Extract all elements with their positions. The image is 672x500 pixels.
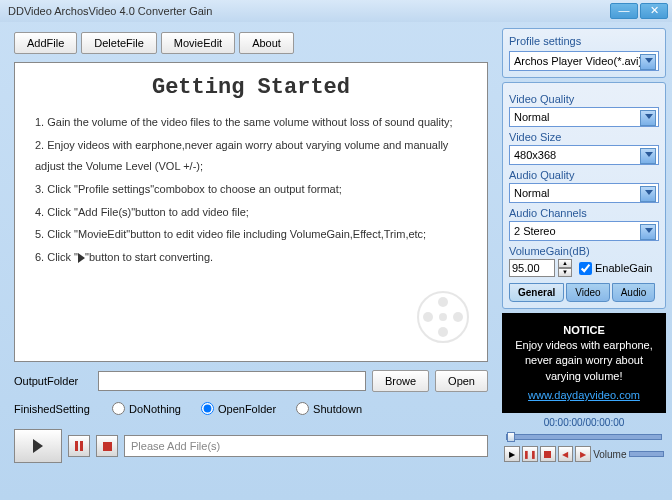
- getting-started-title: Getting Started: [29, 75, 473, 100]
- gain-up-button[interactable]: ▲: [558, 259, 572, 268]
- notice-line: never again worry about: [510, 353, 658, 368]
- getting-started-list: Gain the volume of the video files to th…: [29, 112, 473, 268]
- chevron-down-icon: [645, 190, 653, 195]
- list-item: Enjoy videos with earphone,never again w…: [35, 135, 473, 177]
- list-item: Click "Add File(s)"button to add video f…: [35, 202, 473, 223]
- play-icon: [78, 253, 85, 263]
- video-quality-combo[interactable]: Normal: [509, 107, 659, 127]
- open-button[interactable]: Open: [435, 370, 488, 392]
- chevron-down-icon: [645, 152, 653, 157]
- video-size-combo[interactable]: 480x368: [509, 145, 659, 165]
- gain-down-button[interactable]: ▼: [558, 268, 572, 277]
- output-folder-input[interactable]: [98, 371, 366, 391]
- chevron-down-icon: [645, 114, 653, 119]
- shutdown-radio[interactable]: Shutdown: [296, 402, 362, 415]
- video-quality-label: Video Quality: [509, 93, 659, 105]
- svg-point-4: [423, 312, 433, 322]
- player-next-button[interactable]: ▶: [575, 446, 591, 462]
- stop-button[interactable]: [96, 435, 118, 457]
- list-item: Click ""button to start converting.: [35, 247, 473, 268]
- svg-point-3: [438, 327, 448, 337]
- player-stop-button[interactable]: [540, 446, 556, 462]
- list-item: Click "Profile settings"combobox to choo…: [35, 179, 473, 200]
- list-item: Click "MovieEdit"button to edit video fi…: [35, 224, 473, 245]
- audio-channels-combo[interactable]: 2 Stereo: [509, 221, 659, 241]
- enable-gain-checkbox[interactable]: EnableGain: [579, 262, 653, 275]
- svg-point-5: [439, 313, 447, 321]
- browse-button[interactable]: Browe: [372, 370, 429, 392]
- movie-edit-button[interactable]: MovieEdit: [161, 32, 235, 54]
- seek-slider[interactable]: [506, 434, 662, 440]
- audio-channels-label: Audio Channels: [509, 207, 659, 219]
- pause-icon: [75, 441, 83, 451]
- notice-line: varying volume!: [510, 369, 658, 384]
- timecode-display: 00:00:00/00:00:00: [502, 413, 666, 432]
- profile-settings-label: Profile settings: [509, 35, 659, 47]
- player-prev-button[interactable]: ◀: [558, 446, 574, 462]
- volume-slider[interactable]: [629, 451, 664, 457]
- audio-quality-combo[interactable]: Normal: [509, 183, 659, 203]
- notice-link[interactable]: www.daydayvideo.com: [510, 388, 658, 403]
- volume-gain-label: VolumeGain(dB): [509, 245, 659, 257]
- window-title: DDVideo ArchosVideo 4.0 Converter Gain: [4, 5, 608, 17]
- list-item: Gain the volume of the video files to th…: [35, 112, 473, 133]
- notice-line: Enjoy videos with earphone,: [510, 338, 658, 353]
- slider-thumb[interactable]: [507, 432, 515, 442]
- open-folder-radio[interactable]: OpenFolder: [201, 402, 276, 415]
- svg-point-1: [438, 297, 448, 307]
- audio-quality-label: Audio Quality: [509, 169, 659, 181]
- output-folder-label: OutputFolder: [14, 375, 92, 387]
- delete-file-button[interactable]: DeleteFile: [81, 32, 157, 54]
- play-icon: [33, 439, 43, 453]
- getting-started-panel: Getting Started Gain the volume of the v…: [14, 62, 488, 362]
- pause-button[interactable]: [68, 435, 90, 457]
- player-pause-button[interactable]: ❚❚: [522, 446, 538, 462]
- status-text: Please Add File(s): [124, 435, 488, 457]
- close-button[interactable]: ✕: [640, 3, 668, 19]
- about-button[interactable]: About: [239, 32, 294, 54]
- do-nothing-radio[interactable]: DoNothing: [112, 402, 181, 415]
- film-reel-icon: [413, 287, 473, 347]
- chevron-down-icon: [645, 58, 653, 63]
- tab-video[interactable]: Video: [566, 283, 609, 302]
- minimize-button[interactable]: —: [610, 3, 638, 19]
- volume-gain-input[interactable]: [509, 259, 555, 277]
- stop-icon: [103, 442, 112, 451]
- player-play-button[interactable]: ▶: [504, 446, 520, 462]
- video-size-label: Video Size: [509, 131, 659, 143]
- notice-title: NOTICE: [510, 323, 658, 338]
- chevron-down-icon: [645, 228, 653, 233]
- add-file-button[interactable]: AddFile: [14, 32, 77, 54]
- start-convert-button[interactable]: [14, 429, 62, 463]
- finished-setting-label: FinishedSetting: [14, 403, 92, 415]
- volume-label: Volume: [593, 449, 626, 460]
- profile-format-combo[interactable]: Archos Player Video(*.avi): [509, 51, 659, 71]
- tab-audio[interactable]: Audio: [612, 283, 656, 302]
- svg-point-2: [453, 312, 463, 322]
- tab-general[interactable]: General: [509, 283, 564, 302]
- notice-panel: NOTICE Enjoy videos with earphone, never…: [502, 313, 666, 413]
